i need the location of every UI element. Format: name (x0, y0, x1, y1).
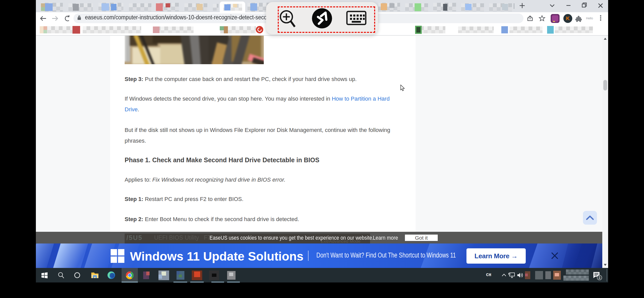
svg-text:1: 1 (598, 276, 601, 280)
